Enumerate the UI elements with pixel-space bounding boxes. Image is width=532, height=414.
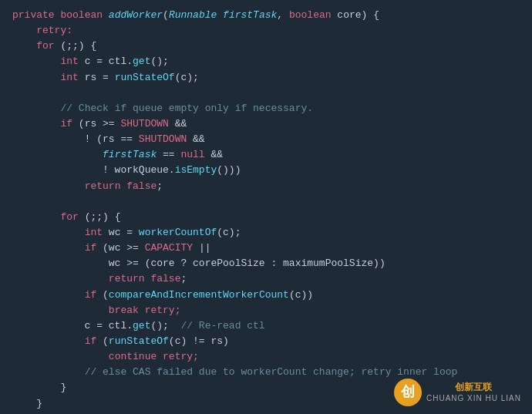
watermark-text: 创新互联 CHUANG XIN HU LIAN (426, 382, 521, 404)
watermark: 创 创新互联 CHUANG XIN HU LIAN (394, 379, 521, 406)
code-display: private boolean addWorker(Runnable first… (0, 0, 532, 414)
watermark-logo: 创 (394, 379, 422, 406)
watermark-title: 创新互联 (426, 382, 521, 394)
watermark-subtitle: CHUANG XIN HU LIAN (426, 393, 521, 403)
